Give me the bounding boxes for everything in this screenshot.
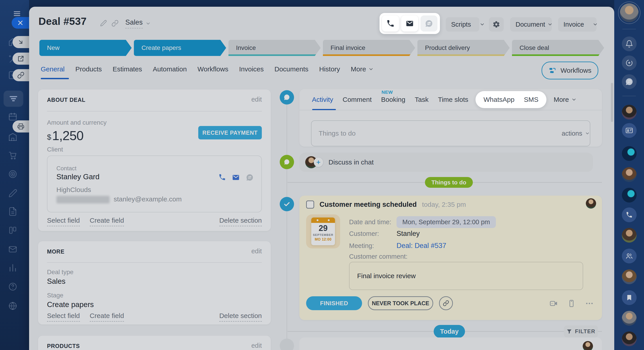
stage-final-invoice[interactable]: Final invoice [323, 40, 415, 56]
stage-invoice[interactable]: Invoice [228, 40, 321, 56]
close-deal-window-button[interactable] [12, 17, 29, 29]
select-field-link[interactable]: Select field [47, 216, 80, 226]
mail-icon[interactable] [8, 244, 18, 254]
email-button[interactable] [401, 16, 418, 32]
calls-chat-button[interactable] [622, 208, 636, 222]
settings-button[interactable] [489, 17, 504, 32]
tab-history[interactable]: History [319, 65, 340, 73]
actions-dropdown[interactable]: actions [562, 120, 590, 146]
globe-icon[interactable] [8, 301, 18, 310]
smartphone-icon[interactable] [568, 300, 576, 308]
invoice-dropdown[interactable] [590, 22, 601, 27]
tab-products[interactable]: Products [76, 65, 102, 73]
kanban-icon[interactable] [8, 226, 18, 235]
open-fullscreen-tab[interactable] [12, 52, 29, 65]
attach-link-button[interactable] [439, 296, 453, 310]
stage-close-deal[interactable]: Close deal [512, 40, 604, 56]
scripts-button[interactable]: Scripts [446, 17, 479, 32]
tab-more[interactable]: More [351, 65, 374, 73]
stage-create-papers[interactable]: Create papers [134, 40, 226, 56]
contact-email-button[interactable] [232, 174, 240, 182]
todo-input[interactable] [311, 120, 590, 146]
notifications-button[interactable] [622, 36, 636, 51]
meeting-checkbox[interactable] [306, 200, 314, 208]
building-icon[interactable] [8, 132, 18, 142]
tab-more[interactable]: More [554, 96, 576, 104]
messenger-button[interactable] [420, 16, 438, 32]
tab-activity[interactable]: Activity [312, 96, 333, 104]
contact-email[interactable]: stanley@example.com [114, 195, 182, 203]
copy-link-icon[interactable] [112, 20, 118, 27]
chat-avatar[interactable] [622, 105, 636, 120]
target-icon[interactable] [8, 170, 18, 179]
tab-whatsapp[interactable]: WhatsApp [484, 96, 514, 104]
tab-sms[interactable]: SMS [524, 96, 538, 104]
tab-workflows[interactable]: Workflows [198, 65, 228, 73]
chart-icon[interactable] [8, 263, 18, 272]
channel-logo[interactable] [622, 188, 636, 202]
contact-name[interactable]: Stanley Gard [56, 172, 100, 181]
client-box[interactable]: Contact Stanley Gard HighClouds stanley@… [47, 156, 262, 212]
chat-avatar[interactable] [622, 311, 636, 326]
contacts-chat-button[interactable] [622, 123, 636, 138]
collapse-panel-tab[interactable] [12, 36, 29, 48]
company-name[interactable]: HighClouds [56, 186, 91, 194]
current-user-avatar[interactable] [620, 3, 639, 22]
contact-messenger-button[interactable] [246, 174, 254, 182]
scripts-dropdown[interactable] [476, 22, 488, 27]
tab-documents[interactable]: Documents [274, 65, 308, 73]
edit-link[interactable]: edit [251, 342, 262, 349]
saved-messages-button[interactable] [622, 290, 636, 305]
edit-title-icon[interactable] [100, 20, 107, 27]
tab-task[interactable]: Task [415, 96, 428, 104]
invoice-button[interactable]: Invoice [558, 17, 596, 32]
tab-automation[interactable]: Automation [153, 65, 187, 73]
delete-section-link[interactable]: Delete section [219, 216, 262, 226]
create-field-link[interactable]: Create field [90, 216, 124, 226]
document-icon[interactable] [8, 207, 18, 216]
tab-invoices[interactable]: Invoices [239, 65, 264, 73]
receive-payment-button[interactable]: RECEIVE PAYMENT [198, 126, 262, 140]
group-chat-button[interactable] [622, 249, 636, 264]
edit-link[interactable]: edit [251, 96, 262, 103]
tab-time-slots[interactable]: Time slots [438, 96, 468, 104]
chat-avatar[interactable] [622, 332, 636, 346]
ai-assistant-button[interactable] [622, 56, 636, 70]
finished-button[interactable]: FINISHED [306, 296, 362, 310]
chat-avatar[interactable] [622, 228, 636, 242]
sidebar-item-deals-active[interactable] [4, 91, 23, 107]
help-icon[interactable] [8, 282, 18, 291]
document-button[interactable]: Document [510, 17, 552, 32]
calendar-icon[interactable] [8, 112, 18, 121]
copy-link-tab[interactable] [12, 69, 29, 81]
cart-icon[interactable] [8, 150, 18, 160]
add-participant-button[interactable] [314, 158, 323, 167]
never-took-place-button[interactable]: NEVER TOOK PLACE [368, 296, 433, 310]
print-tab[interactable] [12, 120, 29, 132]
stage-product-delivery[interactable]: Product delivery [417, 40, 510, 56]
tab-general[interactable]: General [41, 65, 65, 73]
tab-booking[interactable]: NEW Booking [381, 96, 405, 104]
select-field-link[interactable]: Select field [47, 312, 80, 322]
pipeline-select[interactable]: Sales [125, 18, 151, 28]
contact-call-button[interactable] [218, 174, 226, 181]
filter-button[interactable]: FILTER [564, 326, 598, 338]
delete-section-link[interactable]: Delete section [219, 312, 262, 322]
tab-comment[interactable]: Comment [342, 96, 372, 104]
stage-new[interactable]: New [40, 40, 132, 56]
meeting-deal-link[interactable]: Deal: Deal #537 [396, 242, 446, 250]
chat-avatar[interactable] [622, 270, 636, 284]
discuss-in-chat-bar[interactable]: Discuss in chat [300, 152, 593, 172]
workflows-button[interactable]: Workflows [542, 62, 598, 80]
ellipsis-icon[interactable] [585, 299, 594, 308]
video-camera-icon[interactable] [550, 299, 558, 308]
channel-logo[interactable] [622, 146, 636, 161]
chat-avatar[interactable] [622, 167, 636, 182]
tab-estimates[interactable]: Estimates [112, 65, 142, 73]
edit-link[interactable]: edit [251, 248, 262, 255]
messenger-panel-button[interactable] [622, 74, 636, 89]
scrollbar-thumb[interactable] [611, 83, 613, 122]
menu-icon[interactable] [12, 10, 26, 18]
create-field-link[interactable]: Create field [90, 312, 124, 322]
pen-icon[interactable] [8, 189, 18, 198]
